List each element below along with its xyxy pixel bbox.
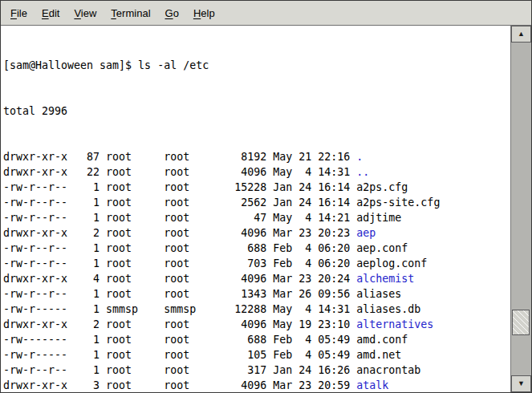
file-row: drwxr-xr-x 22 root root 4096 May 4 14:31…	[3, 164, 510, 180]
vertical-scrollbar: ▲ ▼	[510, 26, 531, 392]
prompt-line: [sam@Halloween sam]$ ls -al /etc	[3, 59, 209, 71]
file-meta: -rw-r----- 1 root root 105 Feb 4 05:49	[3, 349, 356, 361]
file-name: alchemist	[356, 273, 414, 285]
menu-bar: FileEditViewTerminalGoHelp	[1, 1, 531, 26]
file-name: a2ps-site.cfg	[356, 196, 440, 209]
arrow-up-icon: ▲	[518, 30, 525, 38]
file-meta: -rw-r----- 1 smmsp smmsp 12288 May 4 14:…	[3, 303, 356, 315]
scrollbar-thumb[interactable]	[512, 310, 530, 335]
file-name: amd.conf	[356, 334, 408, 346]
file-row: -rw-r--r-- 1 root root 47 May 4 14:21 ad…	[3, 210, 510, 225]
file-name: amd.net	[356, 349, 401, 361]
arrow-down-icon: ▼	[518, 380, 525, 387]
file-meta: drwxr-xr-x 2 root root 4096 May 19 23:10	[3, 318, 356, 330]
file-row: -rw-r----- 1 smmsp smmsp 12288 May 4 14:…	[3, 302, 510, 317]
file-row: drwxr-xr-x 2 root root 4096 Mar 23 20:23…	[3, 225, 510, 241]
file-name: adjtime	[356, 212, 401, 224]
file-name: aeplog.conf	[356, 257, 427, 269]
terminal-output[interactable]: [sam@Halloween sam]$ ls -al /etc total 2…	[1, 26, 510, 392]
menu-item-go[interactable]: Go	[158, 4, 186, 22]
file-meta: drwxr-xr-x 22 root root 4096 May 4 14:31	[3, 166, 356, 178]
terminal-line: [sam@Halloween sam]$ ls -al /etc	[3, 58, 510, 73]
file-name: aliases	[356, 288, 401, 300]
file-meta: -rw-r--r-- 1 root root 317 Jan 24 16:26	[3, 364, 356, 376]
terminal-line: total 2996	[3, 103, 510, 119]
file-meta: drwxr-xr-x 4 root root 4096 Mar 23 20:24	[3, 273, 356, 285]
file-meta: drwxr-xr-x 2 root root 4096 Mar 23 20:23	[3, 227, 356, 239]
file-meta: -rw-r--r-- 1 root root 688 Feb 4 06:20	[3, 242, 356, 254]
file-row: -rw-r--r-- 1 root root 2562 Jan 24 16:14…	[3, 195, 510, 210]
file-name: aep.conf	[356, 242, 408, 254]
scroll-up-button[interactable]: ▲	[511, 26, 531, 43]
menu-item-file[interactable]: File	[3, 4, 35, 22]
file-row: drwxr-xr-x 4 root root 4096 Mar 23 20:24…	[3, 271, 510, 286]
file-name: atalk	[356, 379, 388, 391]
file-row: drwxr-xr-x 87 root root 8192 May 21 22:1…	[3, 149, 510, 164]
file-meta: -rw------- 1 root root 688 Feb 4 05:49	[3, 334, 356, 346]
menu-item-edit[interactable]: Edit	[35, 4, 67, 22]
menu-item-terminal[interactable]: Terminal	[104, 4, 157, 22]
scrollbar-track[interactable]	[511, 43, 531, 375]
file-row: -rw------- 1 root root 688 Feb 4 05:49 a…	[3, 332, 510, 347]
terminal-window: FileEditViewTerminalGoHelp [sam@Hallowee…	[0, 0, 532, 393]
file-meta: drwxr-xr-x 87 root root 8192 May 21 22:1…	[3, 151, 356, 163]
file-row: -rw-r--r-- 1 root root 688 Feb 4 06:20 a…	[3, 241, 510, 256]
file-meta: -rw-r--r-- 1 root root 2562 Jan 24 16:14	[3, 196, 356, 209]
file-row: drwxr-xr-x 2 root root 4096 May 19 23:10…	[3, 317, 510, 332]
file-name: aliases.db	[356, 303, 420, 315]
scroll-down-button[interactable]: ▼	[511, 375, 531, 392]
file-name: ..	[356, 166, 369, 178]
file-meta: -rw-r--r-- 1 root root 15228 Jan 24 16:1…	[3, 181, 356, 193]
file-row: -rw-r--r-- 1 root root 1343 Mar 26 09:56…	[3, 286, 510, 302]
file-row: -rw-r----- 1 root root 105 Feb 4 05:49 a…	[3, 347, 510, 363]
file-name: alternatives	[356, 318, 433, 330]
total-line: total 2996	[3, 105, 67, 117]
file-row: -rw-r--r-- 1 root root 317 Jan 24 16:26 …	[3, 363, 510, 378]
file-meta: -rw-r--r-- 1 root root 1343 Mar 26 09:56	[3, 288, 356, 300]
terminal-content: [sam@Halloween sam]$ ls -al /etc total 2…	[1, 26, 531, 392]
file-name: a2ps.cfg	[356, 181, 408, 193]
file-name: anacrontab	[356, 364, 420, 376]
file-name: aep	[356, 227, 376, 239]
menu-item-view[interactable]: View	[67, 4, 104, 22]
menu-item-help[interactable]: Help	[186, 4, 222, 22]
file-meta: drwxr-xr-x 3 root root 4096 Mar 23 20:59	[3, 379, 356, 391]
file-row: drwxr-xr-x 3 root root 4096 Mar 23 20:59…	[3, 378, 510, 392]
file-row: -rw-r--r-- 1 root root 703 Feb 4 06:20 a…	[3, 256, 510, 271]
file-meta: -rw-r--r-- 1 root root 47 May 4 14:21	[3, 212, 356, 224]
file-row: -rw-r--r-- 1 root root 15228 Jan 24 16:1…	[3, 180, 510, 195]
file-meta: -rw-r--r-- 1 root root 703 Feb 4 06:20	[3, 257, 356, 269]
file-name: .	[356, 151, 363, 163]
